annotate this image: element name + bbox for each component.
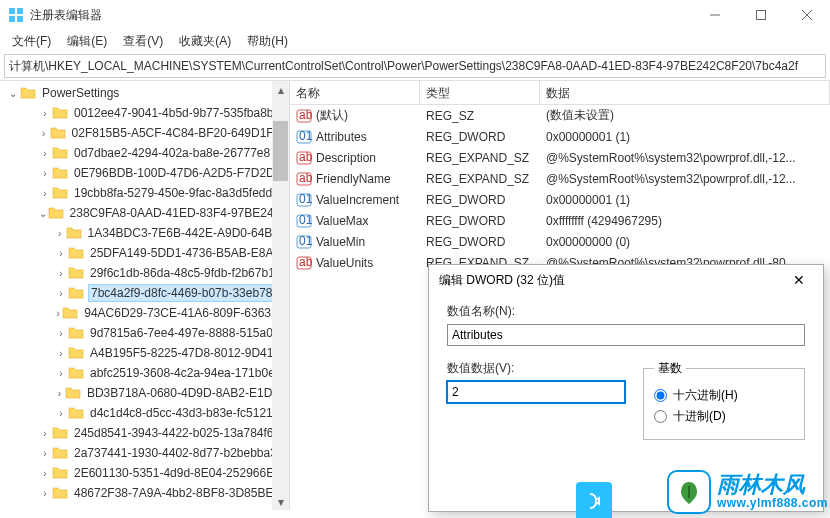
caret-icon[interactable]: › (38, 148, 52, 159)
maximize-button[interactable] (738, 0, 784, 30)
dialog-titlebar: 编辑 DWORD (32 位)值 ✕ (429, 265, 823, 295)
folder-icon (65, 385, 81, 401)
tree-item[interactable]: ›0E796BDB-100D-47D6-A2D5-F7D2DA (0, 163, 289, 183)
address-text: 计算机\HKEY_LOCAL_MACHINE\SYSTEM\CurrentCon… (9, 58, 798, 75)
caret-icon[interactable]: › (54, 228, 66, 239)
caret-icon[interactable]: › (38, 448, 52, 459)
close-button[interactable] (784, 0, 830, 30)
string-value-icon: ab (296, 108, 312, 124)
folder-icon (48, 205, 64, 221)
radio-hex-label: 十六进制(H) (673, 387, 738, 404)
value-row[interactable]: 011ValueMinREG_DWORD0x00000000 (0) (290, 231, 830, 252)
caret-icon[interactable]: › (54, 348, 68, 359)
radio-dec-row[interactable]: 十进制(D) (654, 408, 794, 425)
caret-icon[interactable]: ⌄ (6, 88, 20, 99)
tree-item[interactable]: ›94AC6D29-73CE-41A6-809F-6363BA (0, 303, 289, 323)
caret-icon[interactable]: › (54, 268, 68, 279)
value-row[interactable]: abDescriptionREG_EXPAND_SZ@%SystemRoot%\… (290, 147, 830, 168)
svg-rect-5 (757, 11, 766, 20)
minimize-button[interactable] (692, 0, 738, 30)
scroll-up-icon[interactable]: ▴ (272, 81, 289, 98)
tree-label: d4c1d4c8-d5cc-43d3-b83e-fc51215 (88, 405, 281, 421)
caret-icon[interactable]: › (38, 128, 50, 139)
tree-label: A4B195F5-8225-47D8-8012-9D4130 (88, 345, 289, 361)
tree-item[interactable]: ›0012ee47-9041-4b5d-9b77-535fba8b (0, 103, 289, 123)
value-row[interactable]: 011ValueIncrementREG_DWORD0x00000001 (1) (290, 189, 830, 210)
caret-icon[interactable]: › (54, 248, 68, 259)
folder-icon (52, 425, 68, 441)
caret-icon[interactable]: › (54, 328, 68, 339)
value-name-input[interactable] (447, 324, 805, 346)
tree-item[interactable]: ›1A34BDC3-7E6B-442E-A9D0-64B6E (0, 223, 289, 243)
tree-item[interactable]: ›48672F38-7A9A-4bb2-8BF8-3D85BE1 (0, 483, 289, 503)
value-name: ValueMax (316, 214, 368, 228)
value-data-input[interactable] (447, 381, 625, 403)
dialog-close-button[interactable]: ✕ (785, 268, 813, 292)
tree-item[interactable]: ›2a737441-1930-4402-8d77-b2bebba3 (0, 443, 289, 463)
tree-item[interactable]: ›abfc2519-3608-4c2a-94ea-171b0ed (0, 363, 289, 383)
address-bar[interactable]: 计算机\HKEY_LOCAL_MACHINE\SYSTEM\CurrentCon… (4, 54, 826, 78)
tree-item[interactable]: ›245d8541-3943-4422-b025-13a784f6 (0, 423, 289, 443)
value-row[interactable]: ab(默认)REG_SZ(数值未设置) (290, 105, 830, 126)
menu-help[interactable]: 帮助(H) (239, 31, 296, 52)
caret-icon[interactable]: › (54, 308, 62, 319)
caret-icon[interactable]: › (54, 368, 68, 379)
folder-icon (52, 485, 68, 501)
value-row[interactable]: abFriendlyNameREG_EXPAND_SZ@%SystemRoot%… (290, 168, 830, 189)
column-name[interactable]: 名称 (290, 81, 420, 104)
caret-icon[interactable]: › (38, 428, 52, 439)
value-row[interactable]: 011AttributesREG_DWORD0x00000001 (1) (290, 126, 830, 147)
svg-text:ab: ab (299, 171, 312, 185)
caret-icon[interactable]: ⌄ (38, 208, 48, 219)
tree-item[interactable]: ›7bc4a2f9-d8fc-4469-b07b-33eb785 (0, 283, 289, 303)
value-data: @%SystemRoot%\system32\powrprof.dll,-12.… (540, 149, 830, 167)
scroll-down-icon[interactable]: ▾ (272, 493, 289, 510)
caret-icon[interactable]: › (54, 388, 65, 399)
value-name: FriendlyName (316, 172, 391, 186)
caret-icon[interactable]: › (38, 488, 52, 499)
caret-icon[interactable]: › (38, 168, 52, 179)
list-header: 名称 类型 数据 (290, 81, 830, 105)
radio-hex-row[interactable]: 十六进制(H) (654, 387, 794, 404)
tree-item[interactable]: ›19cbb8fa-5279-450e-9fac-8a3d5fedd (0, 183, 289, 203)
tree-item[interactable]: ›BD3B718A-0680-4D9D-8AB2-E1D2B (0, 383, 289, 403)
column-type[interactable]: 类型 (420, 81, 540, 104)
caret-icon[interactable]: › (54, 288, 68, 299)
binary-value-icon: 011 (296, 213, 312, 229)
watermark-logo-icon (667, 470, 711, 514)
tree-item[interactable]: ›25DFA149-5DD1-4736-B5AB-E8A37 (0, 243, 289, 263)
tree-label: 48672F38-7A9A-4bb2-8BF8-3D85BE1 (72, 485, 282, 501)
tree-scrollbar[interactable]: ▴ ▾ (272, 81, 289, 510)
scroll-thumb[interactable] (273, 121, 288, 181)
base-legend: 基数 (654, 360, 686, 377)
tree-item[interactable]: ›29f6c1db-86da-48c5-9fdb-f2b67b1 (0, 263, 289, 283)
tree-item[interactable]: ›02F815B5-A5CF-4C84-BF20-649D1F75 (0, 123, 289, 143)
caret-icon[interactable]: › (38, 188, 52, 199)
caret-icon[interactable]: › (54, 408, 68, 419)
folder-icon (52, 465, 68, 481)
caret-icon[interactable]: › (38, 468, 52, 479)
tree-item[interactable]: ›d4c1d4c8-d5cc-43d3-b83e-fc51215 (0, 403, 289, 423)
folder-icon (20, 85, 36, 101)
folder-icon (52, 185, 68, 201)
column-data[interactable]: 数据 (540, 81, 830, 104)
tree-item[interactable]: ›2E601130-5351-4d9d-8E04-252966E (0, 463, 289, 483)
tree-root[interactable]: ⌄ PowerSettings (0, 83, 289, 103)
tree-item[interactable]: ›0d7dbae2-4294-402a-ba8e-26777e8 (0, 143, 289, 163)
menu-edit[interactable]: 编辑(E) (59, 31, 115, 52)
folder-icon (52, 165, 68, 181)
menu-favorites[interactable]: 收藏夹(A) (171, 31, 239, 52)
radio-dec[interactable] (654, 410, 667, 423)
title-bar: 注册表编辑器 (0, 0, 830, 30)
tree-item[interactable]: ›A4B195F5-8225-47D8-8012-9D4130 (0, 343, 289, 363)
menu-view[interactable]: 查看(V) (115, 31, 171, 52)
folder-icon (68, 245, 84, 261)
value-row[interactable]: 011ValueMaxREG_DWORD0xffffffff (42949672… (290, 210, 830, 231)
radio-hex[interactable] (654, 389, 667, 402)
caret-icon[interactable]: › (38, 108, 52, 119)
tree-item[interactable]: ⌄238C9FA8-0AAD-41ED-83F4-97BE2420 (0, 203, 289, 223)
string-value-icon: ab (296, 150, 312, 166)
value-name: ValueMin (316, 235, 365, 249)
menu-file[interactable]: 文件(F) (4, 31, 59, 52)
tree-item[interactable]: ›9d7815a6-7ee4-497e-8888-515a05 (0, 323, 289, 343)
